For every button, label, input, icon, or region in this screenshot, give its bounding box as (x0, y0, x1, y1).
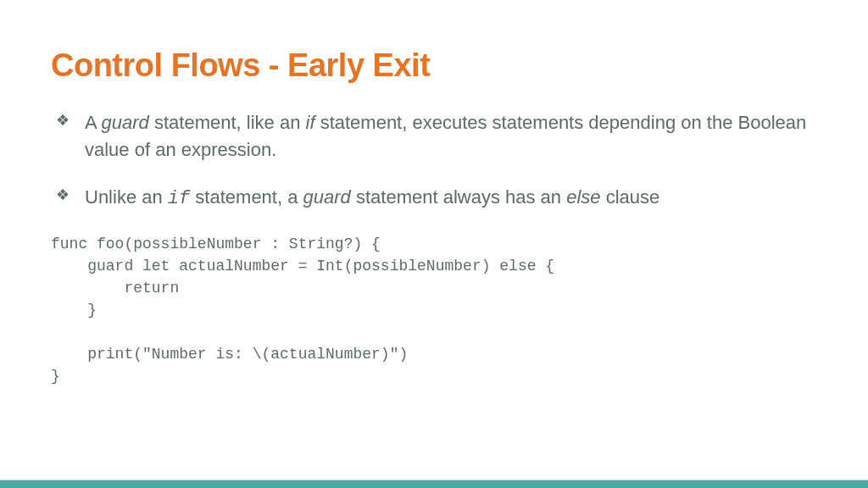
bullet-item: Unlike an if statement, a guard statemen… (51, 184, 817, 213)
text: clause (601, 186, 660, 208)
emphasis-code: if (168, 188, 190, 209)
text: statement always has an (351, 186, 566, 208)
bullet-item: A guard statement, like an if statement,… (51, 109, 817, 164)
slide-title: Control Flows - Early Exit (51, 47, 817, 84)
code-block: func foo(possibleNumber : String?) { gua… (51, 233, 817, 388)
text: statement, like an (149, 112, 306, 133)
emphasis: guard (303, 186, 351, 208)
text: A (85, 112, 102, 133)
text: Unlike an (85, 186, 168, 208)
footer-bar (0, 480, 868, 488)
emphasis: else (566, 186, 600, 208)
emphasis: guard (102, 112, 149, 133)
bullet-list: A guard statement, like an if statement,… (51, 109, 817, 213)
emphasis: if (306, 112, 315, 133)
text: statement, a (190, 186, 303, 208)
